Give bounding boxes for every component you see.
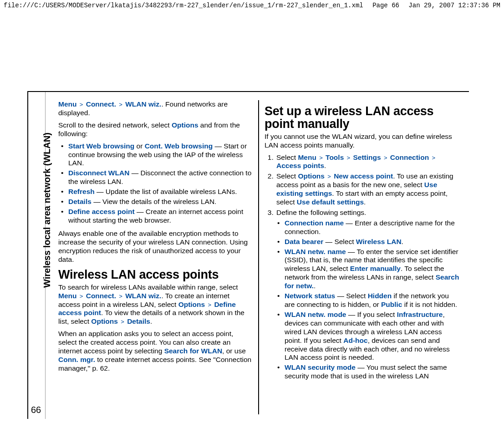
text: . xyxy=(150,317,152,325)
list-item: WLAN security mode — You must select the… xyxy=(275,363,460,381)
new-access-point-label: New access point xyxy=(334,172,393,180)
chevron-icon: > xyxy=(79,101,84,108)
details-label: Details xyxy=(127,317,150,325)
option-label: Hidden xyxy=(368,292,392,300)
chevron-icon: > xyxy=(318,154,324,161)
chevron-icon: > xyxy=(383,154,388,161)
connection-label: Connection xyxy=(390,153,429,161)
setting-label: Network status xyxy=(285,292,335,300)
list-item: WLAN netw. name — To enter the service s… xyxy=(275,248,460,291)
chevron-icon: > xyxy=(346,154,351,161)
setting-label: WLAN netw. name xyxy=(285,248,346,255)
menu-label: Menu xyxy=(58,100,76,108)
list-item: Define access point — Create an internet… xyxy=(58,208,253,225)
text: . xyxy=(364,198,366,206)
file-header: file:///C:/USERS/MODEServer/lkatajis/348… xyxy=(0,0,504,11)
page-number: 66 xyxy=(31,405,41,415)
option-label: Refresh xyxy=(68,188,95,195)
text: — Update the list of available wireless … xyxy=(95,188,237,195)
section-heading-manual-setup: Set up a wireless LAN access point manua… xyxy=(265,105,460,131)
chevron-icon: > xyxy=(79,293,84,300)
chevron-icon: > xyxy=(431,154,436,161)
option-label: Wireless LAN xyxy=(356,238,402,245)
access-points-p1: To search for wireless LANs available wi… xyxy=(58,283,253,326)
text: Select xyxy=(276,153,298,161)
setting-label: WLAN security mode xyxy=(285,363,356,371)
options-label: Options xyxy=(298,172,325,180)
section-heading-access-points: Wireless LAN access points xyxy=(58,268,253,281)
page-frame: Wireless local area network (WLAN) 66 Me… xyxy=(27,91,469,419)
conn-mgr-label: Conn. mgr. xyxy=(58,356,95,363)
menu-label: Menu xyxy=(298,153,316,161)
list-item: Details — View the details of the wirele… xyxy=(58,198,253,206)
text: Scroll to the desired network, select xyxy=(58,121,172,129)
intro-path: Menu > Connect. > WLAN wiz.. Found netwo… xyxy=(58,100,253,117)
search-wlan-label: Search for WLAN xyxy=(164,347,222,355)
list-item: Start Web browsing or Cont. Web browsing… xyxy=(58,142,253,168)
option-label: Ad-hoc xyxy=(343,336,367,344)
content-columns: Menu > Connect. > WLAN wiz.. Found netwo… xyxy=(46,92,469,419)
step-1: Select Menu > Tools > Settings > Connect… xyxy=(275,153,460,171)
option-label: Start Web browsing xyxy=(68,142,134,150)
text: — Select xyxy=(323,238,356,245)
section-category: Wireless local area network (WLAN) xyxy=(42,132,52,288)
text: or xyxy=(134,142,144,150)
text: — View the details of the wireless LAN. xyxy=(92,198,217,205)
list-item: Connection name — Enter a descriptive na… xyxy=(275,219,460,236)
step-2: Select Options > New access point. To us… xyxy=(275,172,460,207)
access-points-label: Access points xyxy=(276,162,324,169)
tools-label: Tools xyxy=(326,153,344,161)
option-label: Disconnect WLAN xyxy=(68,169,129,177)
text: if it is not hidden. xyxy=(402,301,457,308)
file-path: file:///C:/USERS/MODEServer/lkatajis/348… xyxy=(4,2,363,9)
text: , or use xyxy=(222,347,246,355)
options-label: Options xyxy=(91,317,118,325)
options-label: Options xyxy=(178,301,205,308)
list-item: Data bearer — Select Wireless LAN. xyxy=(275,238,460,246)
right-column: Set up a wireless LAN access point manua… xyxy=(259,100,465,414)
option-label: Cont. Web browsing xyxy=(145,142,213,150)
text: To search for wireless LANs available wi… xyxy=(58,283,238,291)
left-column: Menu > Connect. > WLAN wiz.. Found netwo… xyxy=(53,100,259,414)
option-label: Enter manually xyxy=(350,265,401,272)
menu-label: Menu xyxy=(58,292,76,300)
wlan-wiz-label: WLAN wiz. xyxy=(125,292,161,300)
text: Define the following settings. xyxy=(276,209,366,216)
timestamp: Jan 29, 2007 12:37:36 PM xyxy=(408,2,500,9)
text: . xyxy=(324,162,326,169)
options-label: Options xyxy=(172,121,199,129)
chevron-icon: > xyxy=(326,173,332,180)
chevron-icon: > xyxy=(120,318,125,325)
option-label: Details xyxy=(68,198,92,205)
scroll-instruction: Scroll to the desired network, select Op… xyxy=(58,121,253,138)
text: . xyxy=(314,282,316,290)
use-default-label: Use default settings xyxy=(297,198,364,206)
chevron-icon: > xyxy=(207,301,213,308)
settings-list: Connection name — Enter a descriptive na… xyxy=(275,219,460,381)
list-item: Disconnect WLAN — Disconnect the active … xyxy=(58,169,253,186)
setting-label: Connection name xyxy=(285,219,344,227)
manual-intro: If you cannot use the WLAN wizard, you c… xyxy=(265,132,460,150)
settings-label: Settings xyxy=(353,153,381,161)
option-label: Public xyxy=(381,301,402,308)
setup-steps: Select Menu > Tools > Settings > Connect… xyxy=(265,153,460,381)
text: Select xyxy=(276,172,298,180)
encryption-note: Always enable one of the available encry… xyxy=(58,229,253,264)
wlan-wiz-label: WLAN wiz. xyxy=(125,100,161,108)
connect-label: Connect. xyxy=(86,292,116,300)
wlan-options-list: Start Web browsing or Cont. Web browsing… xyxy=(58,142,253,225)
access-points-p2: When an application asks you to select a… xyxy=(58,330,253,373)
list-item: Refresh — Update the list of available w… xyxy=(58,188,253,196)
list-item: Network status — Select Hidden if the ne… xyxy=(275,292,460,309)
option-label: Infrastructure xyxy=(397,311,443,318)
option-label: Define access point xyxy=(68,208,135,215)
chevron-icon: > xyxy=(118,101,123,108)
setting-label: Data bearer xyxy=(285,238,323,245)
side-tab: Wireless local area network (WLAN) 66 xyxy=(28,92,46,419)
chevron-icon: > xyxy=(118,293,123,300)
setting-label: WLAN netw. mode xyxy=(285,311,346,318)
text: . xyxy=(402,238,403,245)
text: — If you select xyxy=(346,311,397,318)
text: — Select xyxy=(335,292,368,300)
list-item: WLAN netw. mode — If you select Infrastr… xyxy=(275,311,460,362)
